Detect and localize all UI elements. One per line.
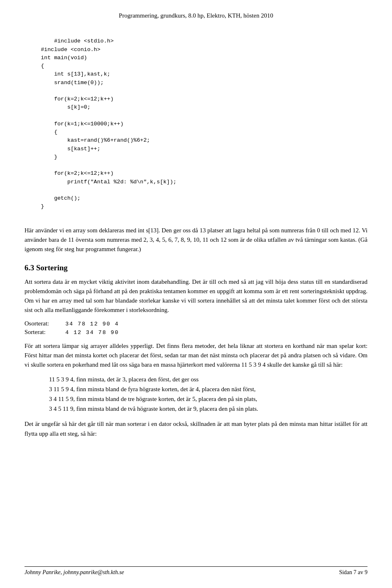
page-container: Programmering, grundkurs, 8.0 hp, Elektr… xyxy=(0,0,392,588)
page-header: Programmering, grundkurs, 8.0 hp, Elektr… xyxy=(24,12,368,19)
paragraph-array-intro: Här använder vi en array som deklareras … xyxy=(24,226,368,254)
section-63-heading: 6.3 Sortering xyxy=(24,263,368,272)
code-block: #include <stdio.h> #include <conio.h> in… xyxy=(41,29,368,219)
section-63-para3: Det är ungefär så här det går till när m… xyxy=(24,419,368,439)
section-63-para1: Att sortera data är en mycket viktig akt… xyxy=(24,277,368,315)
sort-list-item-1: 11 5 3 9 4, finn minsta, det är 3, place… xyxy=(49,374,368,384)
footer-page: Sidan 7 av 9 xyxy=(339,569,368,576)
header-title: Programmering, grundkurs, 8.0 hp, Elektr… xyxy=(119,12,273,19)
footer-author: Johnny Panrike, johnny.panrike@sth.kth.s… xyxy=(24,569,124,576)
sort-list-item-3: 3 4 11 5 9, finn minsta bland de tre hög… xyxy=(49,394,368,404)
section-63-para2: För att sortera lämpar sig arrayer allde… xyxy=(24,341,368,370)
code-text: #include <stdio.h> #include <conio.h> in… xyxy=(41,38,176,209)
page-footer: Johnny Panrike, johnny.panrike@sth.kth.s… xyxy=(24,566,368,576)
osorterat-label: Osorterat: xyxy=(24,320,65,327)
sorterat-value: 4 12 34 78 90 xyxy=(65,330,119,336)
osorterat-value: 34 78 12 90 4 xyxy=(65,321,119,327)
sorterat-label: Sorterat: xyxy=(24,329,65,336)
osorterat-line: Osorterat: 34 78 12 90 4 xyxy=(24,320,368,327)
sort-list-item-2: 3 11 5 9 4, finn minsta bland de fyra hö… xyxy=(49,384,368,394)
sorterat-line: Sorterat: 4 12 34 78 90 xyxy=(24,329,368,336)
sort-list-item-4: 3 4 5 11 9, finn minsta bland de två hög… xyxy=(49,404,368,414)
